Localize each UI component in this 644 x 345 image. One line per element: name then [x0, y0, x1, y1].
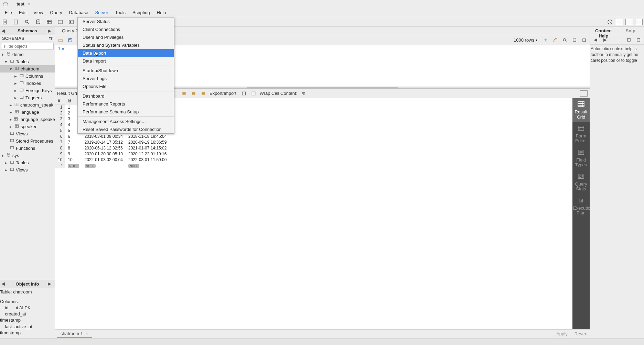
cell[interactable]: 2018-11-18 18:45:04 [126, 133, 169, 139]
tree-expand-icon[interactable] [5, 146, 8, 151]
wrap-cell-icon[interactable] [300, 90, 307, 97]
cell[interactable]: 2021-01-07 14:15:02 [126, 145, 169, 151]
server-menu-data-import[interactable]: Data Import [78, 57, 174, 65]
server-menu-dashboard[interactable]: Dashboard [78, 92, 174, 100]
new-table-icon[interactable] [45, 18, 53, 26]
toggle-output-button[interactable] [625, 19, 633, 25]
tree-item-functions[interactable]: Functions [0, 145, 55, 152]
tree-expand-icon[interactable]: ▸ [10, 110, 13, 115]
tree-expand-icon[interactable]: ▸ [10, 124, 13, 129]
cell[interactable]: NULL [82, 163, 126, 168]
cell[interactable]: 6 [55, 133, 65, 139]
object-info-prev-icon[interactable]: ◀ [1, 281, 7, 287]
server-menu-startup-shutdown[interactable]: Startup/Shutdown [78, 67, 174, 75]
cell[interactable]: 2 [55, 110, 65, 116]
cell[interactable]: NULL [126, 163, 169, 168]
new-procedure-icon[interactable] [67, 18, 75, 26]
server-menu-data-export[interactable]: Data Export [78, 49, 174, 57]
new-sql-tab-icon[interactable] [1, 18, 9, 26]
close-result-tab-icon[interactable]: × [86, 331, 88, 336]
tree-item-sys[interactable]: ▾sys [0, 152, 55, 159]
cell[interactable]: 1 [55, 104, 65, 110]
server-menu-reset-saved-passwords-for-connection[interactable]: Reset Saved Passwords for Connection [78, 125, 174, 133]
nav-next-icon[interactable]: ▶ [48, 28, 53, 34]
tree-expand-icon[interactable]: ▸ [5, 167, 8, 172]
tree-expand-icon[interactable]: ▸ [14, 74, 18, 79]
menu-database[interactable]: Database [66, 8, 92, 17]
tree-item-foreign-keys[interactable]: ▸Foreign Keys [0, 87, 55, 94]
context-help-tab[interactable]: Context Help [590, 27, 617, 35]
cell[interactable]: 2020-09-19 16:36:59 [126, 139, 169, 145]
cell[interactable]: 8 [55, 145, 65, 151]
nav-prev-icon[interactable]: ◀ [1, 28, 7, 34]
beautify-icon[interactable] [542, 37, 549, 44]
cell[interactable]: 9 [65, 151, 82, 157]
tree-item-columns[interactable]: ▸Columns [0, 73, 55, 80]
invisible-chars-icon[interactable] [571, 37, 578, 44]
tree-expand-icon[interactable]: ▾ [5, 59, 8, 64]
tree-item-triggers[interactable]: ▸Triggers [0, 94, 55, 101]
tree-expand-icon[interactable]: ▸ [10, 117, 12, 122]
cell[interactable]: 5 [55, 127, 65, 133]
cell[interactable]: 10 [55, 157, 65, 163]
revert-button[interactable]: Revert [575, 331, 588, 336]
cell[interactable]: 2019-10-14 17:35:12 [82, 139, 126, 145]
schema-filter-box[interactable] [1, 43, 54, 50]
tree-item-language-speake[interactable]: ▸language_speake [0, 116, 55, 123]
ctx-manual-icon[interactable] [635, 36, 642, 43]
cell[interactable]: 2020-06-13 12:32:56 [82, 145, 126, 151]
tree-expand-icon[interactable]: ▸ [14, 95, 18, 100]
server-menu-users-and-privileges[interactable]: Users and Privileges [78, 33, 174, 41]
tree-expand-icon[interactable] [5, 131, 8, 136]
server-menu-client-connections[interactable]: Client Connections [78, 25, 174, 33]
table-row[interactable]: 882020-06-13 12:32:562021-01-07 14:15:02 [55, 145, 169, 151]
new-schema-icon[interactable] [34, 18, 42, 26]
tree-item-chatroom-speak[interactable]: ▸chatroom_speak [0, 101, 55, 109]
tree-item-stored-procedures[interactable]: Stored Procedures [0, 137, 55, 145]
cell[interactable]: 2018-03-01 09:00:34 [82, 133, 126, 139]
inspector-icon[interactable] [23, 18, 31, 26]
cell[interactable]: 2020-12-22 01:19:16 [126, 151, 169, 157]
find-icon[interactable] [561, 37, 568, 44]
tree-expand-icon[interactable]: ▸ [5, 160, 8, 165]
tree-expand-icon[interactable]: ▾ [1, 52, 5, 57]
cell[interactable]: 2022-03-01 11:59:00 [126, 157, 169, 163]
toggle-secondary-button[interactable] [635, 19, 643, 25]
rail-field-types[interactable]: FieldTypes [572, 146, 590, 170]
cell[interactable]: 3 [55, 116, 65, 122]
menu-query[interactable]: Query [46, 8, 65, 17]
rail-query-stats[interactable]: QueryStats [572, 170, 590, 194]
cell[interactable]: 4 [55, 122, 65, 127]
add-row-icon[interactable] [190, 90, 197, 97]
limit-rows-dropdown[interactable]: 1000 rows ▾ [512, 37, 539, 43]
tree-expand-icon[interactable]: ▾ [1, 153, 5, 158]
server-menu-performance-reports[interactable]: Performance Reports [78, 100, 174, 108]
cell[interactable]: 6 [65, 133, 82, 139]
open-sql-file-icon[interactable] [12, 18, 20, 26]
table-row[interactable]: 772019-10-14 17:35:122020-09-19 16:36:59 [55, 139, 169, 145]
cell[interactable]: 7 [65, 139, 82, 145]
result-tab[interactable]: chatroom 1 × [57, 330, 92, 338]
server-menu-management-access-settings[interactable]: Management Access Settings… [78, 118, 174, 125]
menu-server[interactable]: Server [92, 8, 111, 17]
delete-row-icon[interactable] [200, 90, 207, 97]
close-tab-icon[interactable]: × [28, 1, 31, 7]
ctx-auto-icon[interactable] [625, 36, 632, 43]
ctx-fwd-icon[interactable]: ▶ [602, 36, 609, 43]
menu-tools[interactable]: Tools [112, 8, 129, 17]
brush-icon[interactable] [552, 37, 559, 44]
table-row[interactable]: 992020-01-20 00:05:192020-12-22 01:19:16 [55, 151, 169, 157]
server-menu-server-status[interactable]: Server Status [78, 18, 174, 25]
cell[interactable]: 2020-01-20 00:05:19 [82, 151, 126, 157]
rail-execution-plan[interactable]: ExecutionPlan [572, 194, 590, 219]
schema-tree[interactable]: ▾demo▾Tables▾chatroom▸Columns▸Indexes▸Fo… [0, 51, 55, 280]
word-wrap-icon[interactable] [581, 37, 588, 44]
object-info-next-icon[interactable]: ▶ [48, 281, 53, 287]
tree-item-tables[interactable]: ▸Tables [0, 159, 55, 166]
edit-icon[interactable] [181, 90, 187, 97]
toggle-result-panel-button[interactable] [580, 90, 588, 97]
table-row[interactable]: 662018-03-01 09:00:342018-11-18 18:45:04 [55, 133, 169, 139]
snippets-tab[interactable]: Snip [617, 27, 644, 35]
cell[interactable]: NULL [65, 163, 82, 168]
tree-item-speaker[interactable]: ▸speaker [0, 123, 55, 130]
